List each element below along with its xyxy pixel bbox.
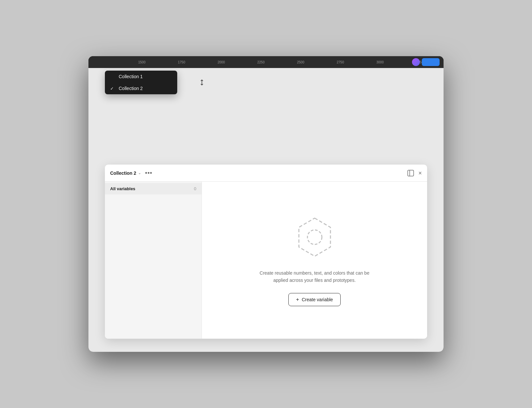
ruler-tick-1500: 1500 [122, 60, 162, 64]
collection2-label: Collection 2 [119, 86, 143, 91]
header-right-actions: × [407, 170, 422, 177]
collection-selector[interactable]: Collection 2 ⌄ [110, 170, 141, 176]
svg-rect-0 [408, 170, 414, 176]
collection1-label: Collection 1 [119, 74, 143, 79]
empty-state-icon [292, 214, 338, 261]
dropdown-item-collection2[interactable]: ✓ Collection 2 [105, 82, 177, 94]
resize-handle[interactable] [199, 79, 205, 86]
collection-dropdown: Collection 1 ✓ Collection 2 [105, 71, 177, 94]
ruler-numbers: 1500 1750 2000 2250 2500 2750 3000 3250 [92, 60, 440, 64]
top-right-buttons [412, 58, 440, 66]
ruler-tick-2750: 2750 [321, 60, 360, 64]
panel-main-content: Create reusable numbers, text, and color… [202, 182, 427, 339]
dropdown-item-collection1[interactable]: Collection 1 [105, 71, 177, 82]
variables-panel: Collection 2 ⌄ ••• × [105, 165, 427, 339]
toggle-sidebar-button[interactable] [407, 170, 414, 177]
all-variables-count: 0 [194, 186, 196, 191]
all-variables-group[interactable]: All variables 0 [105, 183, 202, 194]
panel-sidebar: All variables 0 [105, 182, 202, 339]
create-variable-button[interactable]: + Create variable [288, 293, 340, 306]
svg-marker-2 [299, 218, 330, 256]
panel-header: Collection 2 ⌄ ••• × [105, 165, 427, 182]
app-window: 1500 1750 2000 2250 2500 2750 3000 3250 … [88, 56, 444, 352]
create-variable-label: Create variable [302, 297, 333, 302]
ruler-tick-2250: 2250 [241, 60, 281, 64]
close-panel-button[interactable]: × [418, 170, 422, 176]
checkmark-collection2: ✓ [110, 86, 115, 91]
canvas-area: Collection 1 ✓ Collection 2 Collection 2… [88, 68, 444, 352]
all-variables-label: All variables [110, 186, 135, 191]
ruler-tick-2000: 2000 [202, 60, 241, 64]
panel-body: All variables 0 Create reusab [105, 182, 427, 339]
collection-name-label: Collection 2 [110, 170, 136, 176]
ruler-bar: 1500 1750 2000 2250 2500 2750 3000 3250 [88, 56, 444, 68]
plus-icon: + [296, 297, 299, 303]
chevron-down-icon: ⌄ [138, 171, 141, 175]
more-options-button[interactable]: ••• [145, 170, 152, 176]
ruler-tick-1750: 1750 [162, 60, 202, 64]
ruler-tick-3000: 3000 [360, 60, 400, 64]
user-avatar [412, 58, 420, 66]
svg-point-3 [307, 230, 322, 244]
share-button[interactable] [422, 58, 440, 66]
empty-state-description: Create reusable numbers, text, and color… [255, 269, 374, 284]
ruler-tick-2500: 2500 [281, 60, 321, 64]
